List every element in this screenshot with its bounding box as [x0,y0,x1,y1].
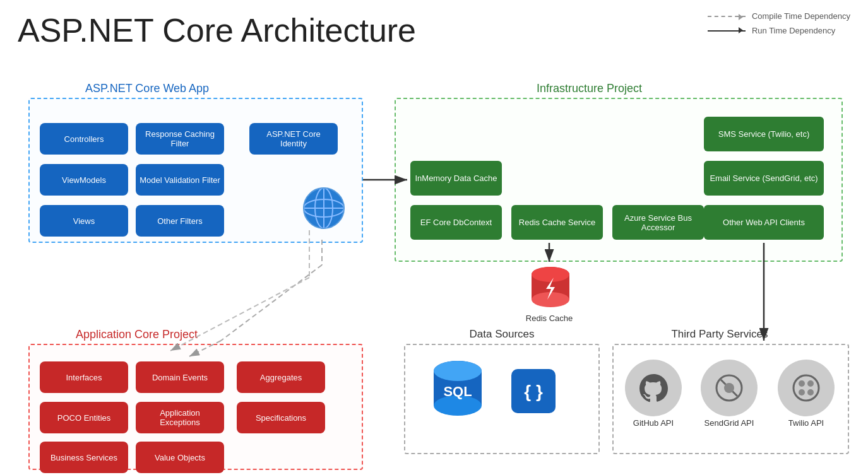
page-title: ASP.NET Core Architecture [18,11,416,49]
svg-point-20 [724,383,734,393]
third-party-label: Third Party Services [619,328,821,341]
other-web-api-box: Other Web API Clients [704,205,824,240]
sms-service-box: SMS Service (Twilio, etc) [704,117,824,151]
twilio-icon [778,360,835,416]
value-objects-box: Value Objects [136,442,224,473]
response-caching-box: Response Caching Filter [136,123,224,155]
github-label: GitHub API [625,418,682,428]
sendgrid-label: SendGrid API [694,418,764,428]
redis-cache-icon [528,265,573,312]
domain-events-box: Domain Events [136,361,224,393]
solid-arrow-icon [708,30,746,32]
svg-text:{ }: { } [524,382,543,401]
redis-cache-label: Redis Cache [518,314,581,323]
app-exceptions-box: Application Exceptions [136,402,224,433]
data-sources-label: Data Sources [429,328,574,341]
poco-entities-box: POCO Entities [40,402,128,433]
twilio-label: Twilio API [778,418,835,428]
sql-icon: SQL [429,360,486,423]
appcore-label: Application Core Project [76,328,198,341]
svg-point-9 [434,361,482,381]
views-box: Views [40,205,128,237]
specifications-box: Specifications [237,402,325,433]
inmemory-cache-box: InMemory Data Cache [410,161,502,196]
azure-service-bus-box: Azure Service Bus Accessor [612,205,704,240]
controllers-box: Controllers [40,123,128,155]
svg-point-21 [794,375,819,401]
svg-point-25 [807,389,814,396]
sendgrid-icon [701,360,758,416]
ef-core-box: EF Core DbContext [410,205,502,240]
redis-cache-svc-box: Redis Cache Service [511,205,603,240]
webapp-label: ASP.NET Core Web App [85,82,209,95]
email-service-box: Email Service (SendGrid, etc) [704,161,824,196]
svg-line-31 [221,265,322,341]
svg-text:SQL: SQL [443,384,472,399]
aspnet-globe-icon [302,186,346,230]
github-icon [625,360,682,416]
aggregates-box: Aggregates [237,361,325,393]
compile-time-legend: Compile Time Dependency [708,11,850,21]
svg-point-16 [532,267,569,282]
aspnet-identity-box: ASP.NET Core Identity [249,123,338,155]
svg-point-24 [799,389,805,396]
nosql-icon: { } [505,360,562,423]
svg-point-22 [799,380,805,387]
run-time-legend: Run Time Dependency [708,26,850,35]
interfaces-box: Interfaces [40,361,128,393]
viewmodels-box: ViewModels [40,164,128,196]
business-services-box: Business Services [40,442,128,473]
dashed-arrow-icon [708,16,746,17]
svg-point-23 [807,380,814,387]
legend: Compile Time Dependency Run Time Depende… [708,11,850,35]
model-validation-box: Model Validation Filter [136,164,224,196]
infrastructure-label: Infrastructure Project [537,82,642,95]
other-filters-box: Other Filters [136,205,224,237]
